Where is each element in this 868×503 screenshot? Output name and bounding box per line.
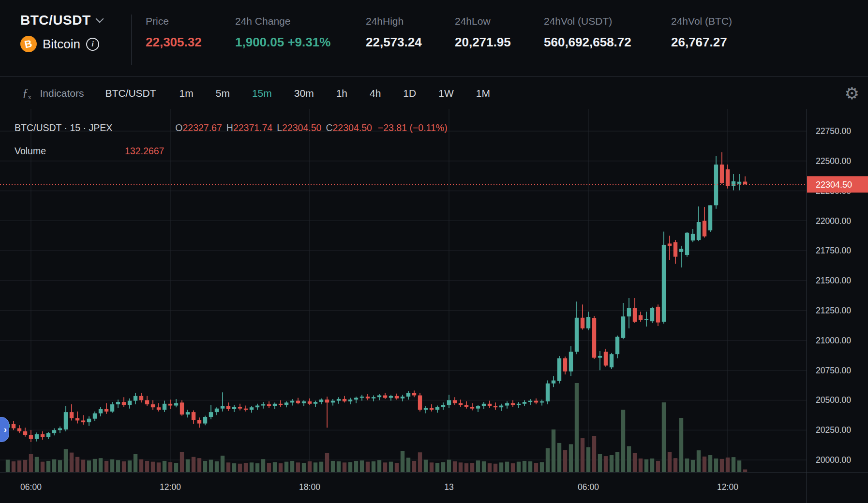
candle xyxy=(46,432,50,439)
timeframe-15m[interactable]: 15m xyxy=(252,88,272,99)
time-axis-label: 12:00 xyxy=(717,482,738,492)
candle xyxy=(128,399,132,409)
volume-bar xyxy=(215,461,219,472)
volume-bar xyxy=(644,459,648,472)
volume-bar xyxy=(145,461,149,472)
timeframe-1M[interactable]: 1M xyxy=(476,88,490,99)
candle xyxy=(511,400,515,407)
candle xyxy=(308,399,312,405)
candle xyxy=(232,405,236,412)
volume-bar xyxy=(627,446,631,472)
candle xyxy=(35,432,39,442)
volume-bar xyxy=(244,463,248,472)
timeframe-5m[interactable]: 5m xyxy=(216,88,230,99)
candle xyxy=(17,425,21,433)
volume-bar xyxy=(163,461,166,472)
volume-bar xyxy=(662,402,666,472)
price-axis-label: 22000.00 xyxy=(816,216,851,226)
volume-bar xyxy=(395,463,399,472)
timeframe-1m[interactable]: 1m xyxy=(180,88,194,99)
candle xyxy=(29,430,33,442)
candle xyxy=(575,301,579,354)
header-divider xyxy=(131,15,132,65)
volume-bar xyxy=(476,460,480,472)
volume-bar xyxy=(517,462,521,472)
candle xyxy=(523,400,526,406)
timeframe-4h[interactable]: 4h xyxy=(370,88,381,99)
volume-legend: Volume 132.2667 xyxy=(15,146,164,157)
candle xyxy=(540,399,544,405)
volume-bar xyxy=(453,461,457,472)
candle xyxy=(116,399,120,408)
volume-bar xyxy=(581,438,584,472)
candle xyxy=(424,406,428,414)
volume-bar xyxy=(209,459,213,472)
candle xyxy=(552,376,555,387)
fx-icon[interactable]: ƒx xyxy=(22,86,31,101)
candle xyxy=(546,381,550,404)
volume-bar xyxy=(157,462,161,472)
candle xyxy=(482,402,486,409)
symbol-selector[interactable]: BTC/USDT xyxy=(20,13,103,28)
timeframe-group: 1m5m15m30m1h4h1D1W1M xyxy=(180,88,512,99)
volume-bar xyxy=(314,462,317,472)
volume-bar xyxy=(412,461,416,472)
volume-bar xyxy=(511,463,515,472)
candle xyxy=(41,431,45,440)
candle xyxy=(679,246,683,267)
price-axis-label: 20000.00 xyxy=(816,455,851,465)
candle xyxy=(499,404,503,411)
time-scale[interactable]: 06:0012:0018:001306:0012:00 xyxy=(20,482,738,492)
volume-bar xyxy=(290,461,294,472)
volume-bar xyxy=(482,461,486,472)
volume-bar xyxy=(87,460,91,472)
volume-bar xyxy=(563,450,567,472)
volume-bar xyxy=(673,458,677,472)
volume-bar xyxy=(238,464,242,472)
volume-bar xyxy=(267,463,271,472)
candle xyxy=(691,229,695,242)
candle xyxy=(383,393,387,399)
candle xyxy=(441,402,445,410)
drawing-panel-toggle[interactable]: › xyxy=(0,417,9,442)
volume-bar xyxy=(459,462,463,472)
bitcoin-icon: B xyxy=(20,36,37,52)
volume-bar xyxy=(99,458,103,472)
gear-icon[interactable]: ⚙ xyxy=(845,85,859,102)
time-axis-label: 18:00 xyxy=(299,482,320,492)
candle xyxy=(720,152,724,184)
candle xyxy=(453,397,457,405)
volume-bar xyxy=(93,459,97,472)
volume-bar xyxy=(116,460,120,472)
volume-bar xyxy=(569,444,573,472)
toolbar-symbol[interactable]: BTC/USDT xyxy=(105,88,156,99)
indicators-button[interactable]: Indicators xyxy=(40,88,84,99)
timeframe-1h[interactable]: 1h xyxy=(336,88,347,99)
volume-bar xyxy=(552,429,555,472)
volume-bar xyxy=(284,462,288,472)
volume-bar xyxy=(35,457,39,472)
volume-bar xyxy=(418,452,422,472)
candle xyxy=(581,305,584,330)
volume-bar xyxy=(557,443,561,472)
candle xyxy=(447,395,451,408)
candle xyxy=(163,401,166,412)
volume-bar xyxy=(546,448,550,472)
price-axis-label: 22500.00 xyxy=(816,156,851,166)
volume-bar xyxy=(401,451,404,472)
volume-bar xyxy=(598,454,602,472)
timeframe-1W[interactable]: 1W xyxy=(438,88,454,99)
timeframe-1D[interactable]: 1D xyxy=(403,88,416,99)
timeframe-30m[interactable]: 30m xyxy=(294,88,314,99)
candle xyxy=(151,400,155,410)
candle xyxy=(668,236,672,260)
volume-bar xyxy=(70,453,74,472)
candle xyxy=(662,232,666,324)
stat-value: 26,767.27 xyxy=(671,35,727,50)
info-icon[interactable]: i xyxy=(86,38,99,51)
candle xyxy=(267,401,271,408)
candle xyxy=(534,399,538,404)
volume-bar xyxy=(75,457,79,472)
candle xyxy=(633,298,637,323)
candle xyxy=(639,311,643,322)
